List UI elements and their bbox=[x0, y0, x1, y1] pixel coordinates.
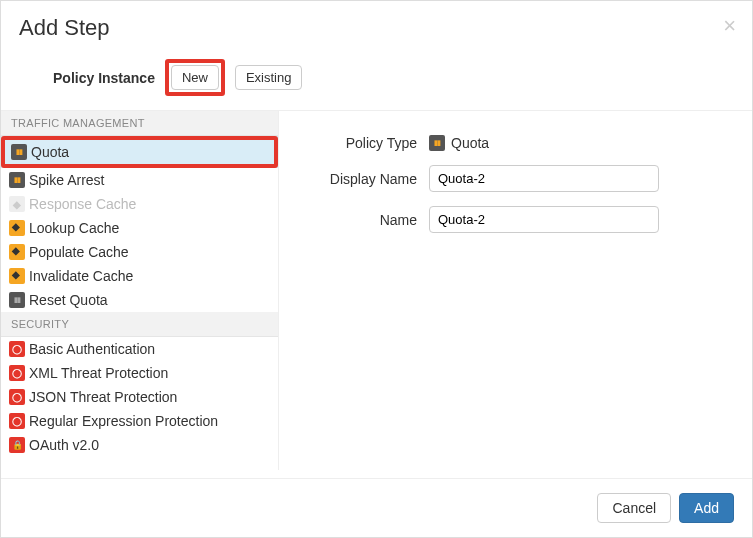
dialog-header: Add Step × bbox=[1, 1, 752, 51]
policy-type-text: Quota bbox=[451, 135, 489, 151]
policy-label: Basic Authentication bbox=[29, 341, 155, 357]
policy-item-basic-auth[interactable]: Basic Authentication bbox=[1, 337, 278, 361]
policy-type-value: Quota bbox=[429, 135, 489, 151]
policy-label: OAuth v2.0 bbox=[29, 437, 99, 453]
row-display-name: Display Name bbox=[309, 165, 722, 192]
row-policy-type: Policy Type Quota bbox=[309, 135, 722, 151]
cancel-button[interactable]: Cancel bbox=[597, 493, 671, 523]
shield-icon bbox=[9, 341, 25, 357]
cache-icon bbox=[9, 196, 25, 212]
spike-icon bbox=[9, 172, 25, 188]
add-button[interactable]: Add bbox=[679, 493, 734, 523]
row-name: Name bbox=[309, 206, 722, 233]
policy-label: Response Cache bbox=[29, 196, 136, 212]
policy-item-spike[interactable]: Spike Arrest bbox=[1, 168, 278, 192]
shield-icon bbox=[9, 413, 25, 429]
policy-label: XML Threat Protection bbox=[29, 365, 168, 381]
name-input[interactable] bbox=[429, 206, 659, 233]
lock-icon bbox=[9, 437, 25, 453]
policy-item-xml-threat[interactable]: XML Threat Protection bbox=[1, 361, 278, 385]
policy-instance-row: Policy Instance New Existing bbox=[1, 51, 752, 110]
policy-label: Reset Quota bbox=[29, 292, 108, 308]
policy-label: Lookup Cache bbox=[29, 220, 119, 236]
reset-icon bbox=[9, 292, 25, 308]
content-row: TRAFFIC MANAGEMENT Quota Spike Arrest Re… bbox=[1, 110, 752, 470]
policy-item-populate-cache[interactable]: Populate Cache bbox=[1, 240, 278, 264]
policy-list[interactable]: TRAFFIC MANAGEMENT Quota Spike Arrest Re… bbox=[1, 111, 279, 470]
policy-label: Populate Cache bbox=[29, 244, 129, 260]
policy-item-quota[interactable]: Quota bbox=[1, 136, 278, 168]
segmented-existing-button[interactable]: Existing bbox=[235, 65, 303, 90]
name-label: Name bbox=[309, 212, 429, 228]
policy-item-invalidate-cache[interactable]: Invalidate Cache bbox=[1, 264, 278, 288]
policy-type-label: Policy Type bbox=[309, 135, 429, 151]
policy-label: Spike Arrest bbox=[29, 172, 104, 188]
category-security: SECURITY bbox=[1, 312, 278, 337]
shield-icon bbox=[9, 365, 25, 381]
dialog-footer: Cancel Add bbox=[1, 478, 752, 537]
shield-icon bbox=[9, 389, 25, 405]
quota-icon bbox=[429, 135, 445, 151]
policy-label: Invalidate Cache bbox=[29, 268, 133, 284]
policy-item-response-cache: Response Cache bbox=[1, 192, 278, 216]
cache-icon bbox=[9, 268, 25, 284]
close-icon[interactable]: × bbox=[723, 13, 736, 39]
cache-icon bbox=[9, 220, 25, 236]
cache-icon bbox=[9, 244, 25, 260]
dialog-title: Add Step bbox=[19, 15, 734, 41]
policy-item-lookup-cache[interactable]: Lookup Cache bbox=[1, 216, 278, 240]
quota-icon bbox=[11, 144, 27, 160]
display-name-label: Display Name bbox=[309, 171, 429, 187]
policy-instance-label: Policy Instance bbox=[53, 70, 155, 86]
policy-label: Regular Expression Protection bbox=[29, 413, 218, 429]
policy-item-reset-quota[interactable]: Reset Quota bbox=[1, 288, 278, 312]
highlight-new: New bbox=[165, 59, 225, 96]
policy-item-json-threat[interactable]: JSON Threat Protection bbox=[1, 385, 278, 409]
highlight-quota: Quota bbox=[1, 136, 278, 168]
category-traffic: TRAFFIC MANAGEMENT bbox=[1, 111, 278, 136]
policy-item-regex[interactable]: Regular Expression Protection bbox=[1, 409, 278, 433]
form-panel: Policy Type Quota Display Name Name bbox=[279, 111, 752, 470]
display-name-input[interactable] bbox=[429, 165, 659, 192]
policy-item-oauth[interactable]: OAuth v2.0 bbox=[1, 433, 278, 457]
policy-label: Quota bbox=[31, 144, 69, 160]
add-step-dialog: Add Step × Policy Instance New Existing … bbox=[0, 0, 753, 538]
policy-label: JSON Threat Protection bbox=[29, 389, 177, 405]
segmented-new-button[interactable]: New bbox=[171, 65, 219, 90]
